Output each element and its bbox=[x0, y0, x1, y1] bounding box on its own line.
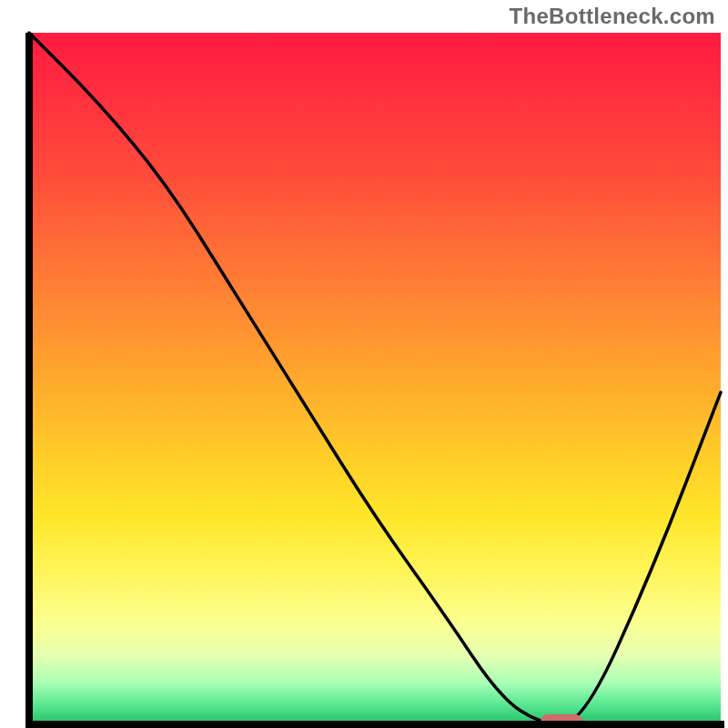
line-series bbox=[29, 33, 721, 724]
plot-area bbox=[29, 33, 721, 724]
bottleneck-curve bbox=[29, 33, 721, 724]
watermark-text: TheBottleneck.com bbox=[510, 4, 715, 29]
optimal-marker bbox=[541, 714, 582, 728]
chart-container: TheBottleneck.com bbox=[0, 0, 728, 728]
